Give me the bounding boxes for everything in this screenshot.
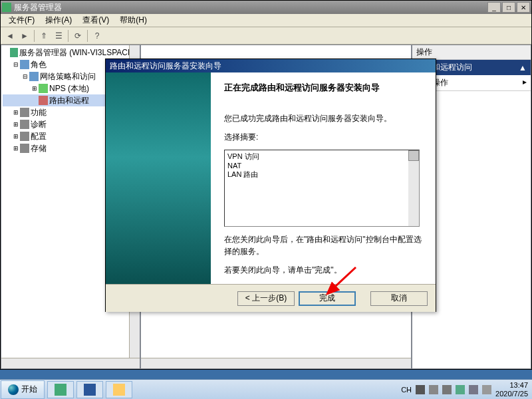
actions-title: 操作 [412,45,531,60]
wizard-body: 正在完成路由和远程访问服务器安装向导 您已成功完成路由和远程访问服务器安装向导。… [106,72,436,284]
tree-config-label: 配置 [31,130,47,142]
detail-scrollbar-h[interactable] [141,358,411,368]
wizard-post-text-1: 在您关闭此向导后，在"路由和远程访问"控制台中配置选择的服务。 [224,233,422,257]
action-center-icon[interactable] [429,385,438,394]
menu-view[interactable]: 查看(V) [77,13,114,27]
summary-item: NAT [227,162,416,170]
minimize-button[interactable]: _ [487,2,501,13]
taskbar-explorer[interactable] [106,381,132,398]
powershell-icon [84,384,96,396]
taskbar-powershell[interactable] [76,381,103,398]
network-icon[interactable] [456,385,465,394]
refresh-icon[interactable]: ⟳ [71,29,84,43]
server-icon [55,384,66,396]
summary-listbox[interactable]: VPN 访问 NAT LAN 路由 [224,150,420,227]
tree-scrollbar-h[interactable] [1,358,140,368]
tree-diag-label: 诊断 [31,118,47,130]
nav-back-icon[interactable]: ◄ [3,29,17,43]
clock-time: 13:47 [495,381,528,389]
start-label: 开始 [21,384,37,395]
menu-help[interactable]: 帮助(H) [114,13,152,27]
taskbar: 开始 CH 13:47 2020/7/25 [0,379,532,399]
up-icon[interactable]: ⇑ [37,29,51,43]
maximize-button[interactable]: □ [502,2,515,13]
chevron-right-icon: ▸ [523,77,527,88]
start-orb-icon [8,384,19,395]
separator [87,30,88,42]
wizard-button-row: < 上一步(B) 完成 取消 [106,284,436,312]
app-icon [2,3,11,12]
separator [68,30,68,42]
wizard-titlebar: 路由和远程访问服务器安装向导 [106,59,436,72]
tree-roles-label: 角色 [31,59,47,70]
system-tray: CH 13:47 2020/7/25 [397,381,532,397]
folder-icon [113,384,125,396]
wizard-sidebar-image [106,72,211,284]
window-title: 服务器管理器 [14,2,487,13]
wizard-summary-label: 选择摘要: [224,131,422,143]
tree-npas-label: 网络策略和访问 [40,70,96,82]
back-button[interactable]: < 上一步(B) [237,291,295,306]
properties-icon[interactable]: ☰ [52,29,65,43]
finish-button[interactable]: 完成 [299,291,356,306]
tree-nps-label: NPS (本地) [49,82,89,94]
summary-item: VPN 访问 [227,152,416,162]
wizard-heading: 正在完成路由和远程访问服务器安装向导 [224,82,422,94]
tree-storage-label: 存储 [31,142,47,154]
wizard-post-text-2: 若要关闭此向导，请单击"完成"。 [224,264,422,276]
cancel-button[interactable]: 取消 [370,291,428,306]
scroll-thumb[interactable] [408,150,419,161]
summary-scrollbar[interactable] [408,150,419,226]
ime-indicator[interactable]: CH [401,386,412,394]
menu-action[interactable]: 操作(A) [40,13,77,27]
tree-root[interactable]: 服务器管理器 (WIN-VI3LSPACDT [3,47,138,59]
tree-root-label: 服务器管理器 (WIN-VI3LSPACDT [19,47,138,59]
keyboard-icon[interactable] [416,385,425,394]
tree-rras-label: 路由和远程 [49,94,89,106]
tray-icon-1[interactable] [442,385,452,394]
tray-icon-2[interactable] [482,385,491,394]
taskbar-server-manager[interactable] [47,381,74,398]
menu-file[interactable]: 文件(F) [3,13,40,27]
separator [34,30,35,42]
nav-forward-icon[interactable]: ► [18,29,31,43]
clock[interactable]: 13:47 2020/7/25 [495,381,528,397]
rras-setup-wizard: 路由和远程访问服务器安装向导 正在完成路由和远程访问服务器安装向导 您已成功完成… [105,59,436,312]
wizard-done-text: 您已成功完成路由和远程访问服务器安装向导。 [224,112,422,124]
menubar: 文件(F) 操作(A) 查看(V) 帮助(H) [1,14,531,27]
toolbar: ◄ ► ⇑ ☰ ⟳ ? [1,27,531,45]
tree-features-label: 功能 [31,106,47,118]
summary-item: LAN 路由 [227,170,416,180]
chevron-up-icon: ▲ [519,63,527,72]
clock-date: 2020/7/25 [495,390,528,398]
help-icon[interactable]: ? [90,29,104,43]
window-controls: _ □ ✕ [487,2,530,13]
close-button[interactable]: ✕ [517,2,530,13]
start-button[interactable]: 开始 [1,380,45,399]
titlebar: 服务器管理器 _ □ ✕ [1,1,531,14]
volume-icon[interactable] [469,385,478,394]
wizard-content: 正在完成路由和远程访问服务器安装向导 您已成功完成路由和远程访问服务器安装向导。… [211,72,436,284]
